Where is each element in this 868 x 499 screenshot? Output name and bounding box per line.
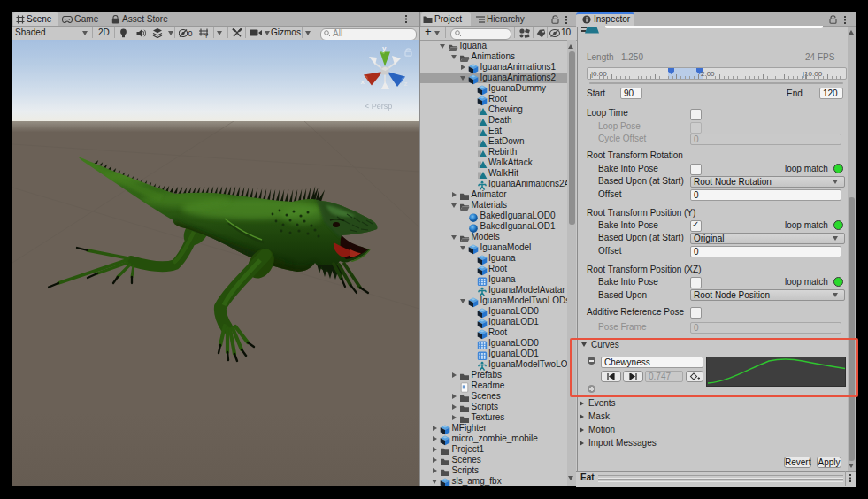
svg-text:x: x [361,78,365,86]
svg-text:z: z [404,80,408,88]
svg-text:y: y [382,44,387,52]
svg-text:0: 0 [188,29,193,37]
svg-text:Y: Y [204,33,209,38]
